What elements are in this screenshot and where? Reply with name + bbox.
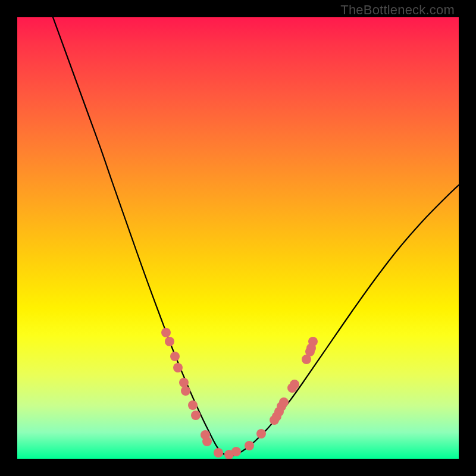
marker-dot: [256, 429, 266, 439]
plot-area: [17, 17, 459, 459]
marker-dot: [165, 337, 174, 346]
marker-dot: [231, 447, 241, 456]
marker-dot: [173, 363, 183, 372]
marker-dot: [214, 448, 223, 458]
chart-frame: TheBottleneck.com: [0, 0, 476, 476]
marker-dot: [308, 337, 318, 346]
valley-markers: [161, 328, 318, 459]
marker-dot: [179, 378, 189, 387]
curve-path: [53, 17, 459, 456]
chart-svg: [17, 17, 459, 459]
marker-dot: [188, 400, 198, 410]
marker-dot: [245, 441, 254, 450]
marker-dot: [161, 328, 171, 337]
watermark-text: TheBottleneck.com: [340, 2, 455, 18]
marker-dot: [202, 437, 212, 446]
marker-dot: [181, 386, 190, 396]
marker-dot: [290, 380, 299, 389]
marker-dot: [191, 411, 201, 420]
bottleneck-curve: [53, 17, 459, 456]
marker-dot: [170, 352, 180, 361]
marker-dot: [279, 397, 289, 407]
